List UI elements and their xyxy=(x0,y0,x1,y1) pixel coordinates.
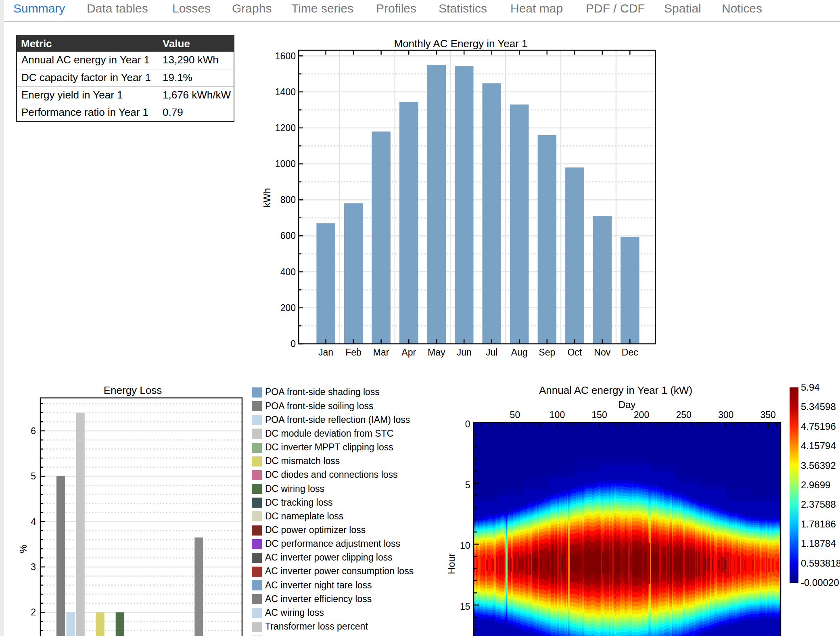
svg-text:Oct: Oct xyxy=(567,347,582,358)
svg-text:2.37588: 2.37588 xyxy=(801,499,836,510)
svg-text:5: 5 xyxy=(465,480,470,490)
svg-text:6: 6 xyxy=(31,426,36,436)
svg-text:2.9699: 2.9699 xyxy=(801,479,830,490)
svg-text:4.75196: 4.75196 xyxy=(801,421,836,432)
svg-text:2: 2 xyxy=(31,607,36,617)
svg-text:Nov: Nov xyxy=(594,347,610,358)
svg-text:100: 100 xyxy=(550,410,565,420)
svg-text:1600: 1600 xyxy=(275,51,296,61)
svg-text:Annual AC energy in Year 1 (kW: Annual AC energy in Year 1 (kW) xyxy=(539,384,692,396)
svg-text:Sep: Sep xyxy=(539,347,555,358)
svg-text:Jul: Jul xyxy=(486,347,497,358)
svg-text:250: 250 xyxy=(676,410,691,420)
svg-text:1200: 1200 xyxy=(275,123,296,133)
svg-text:Day: Day xyxy=(619,399,636,410)
svg-text:Feb: Feb xyxy=(345,347,361,358)
svg-text:4.15794: 4.15794 xyxy=(801,440,836,451)
svg-text:15: 15 xyxy=(460,601,470,612)
svg-text:May: May xyxy=(428,347,445,358)
svg-text:400: 400 xyxy=(280,267,296,277)
svg-text:Aug: Aug xyxy=(511,347,528,358)
svg-text:kWh: kWh xyxy=(261,188,272,207)
svg-text:1400: 1400 xyxy=(275,87,296,97)
svg-text:4: 4 xyxy=(31,517,36,527)
svg-text:Jun: Jun xyxy=(457,347,472,358)
svg-text:5.94: 5.94 xyxy=(801,382,820,393)
svg-text:-0.00020: -0.00020 xyxy=(801,577,839,588)
svg-text:800: 800 xyxy=(280,195,296,205)
svg-text:Hour: Hour xyxy=(446,553,457,574)
svg-text:5: 5 xyxy=(31,471,36,481)
svg-text:300: 300 xyxy=(718,410,733,420)
svg-text:10: 10 xyxy=(460,540,470,551)
svg-text:1000: 1000 xyxy=(275,159,296,169)
svg-text:0: 0 xyxy=(465,419,470,429)
svg-text:1.78186: 1.78186 xyxy=(801,519,836,529)
svg-text:0.593818: 0.593818 xyxy=(801,558,840,569)
svg-text:150: 150 xyxy=(591,410,607,420)
svg-text:350: 350 xyxy=(761,410,776,420)
svg-text:Dec: Dec xyxy=(622,347,638,358)
svg-text:Monthly AC Energy in Year 1: Monthly AC Energy in Year 1 xyxy=(394,38,528,50)
svg-text:1.18784: 1.18784 xyxy=(801,538,836,549)
svg-text:5.34598: 5.34598 xyxy=(801,401,836,412)
svg-text:Energy Loss: Energy Loss xyxy=(104,384,162,396)
svg-text:Apr: Apr xyxy=(401,347,416,358)
svg-text:Mar: Mar xyxy=(373,347,389,358)
svg-text:3: 3 xyxy=(31,562,36,572)
svg-text:600: 600 xyxy=(280,230,296,241)
svg-text:200: 200 xyxy=(280,303,296,313)
svg-text:50: 50 xyxy=(510,410,520,420)
svg-text:Jan: Jan xyxy=(318,347,333,358)
svg-text:0: 0 xyxy=(290,339,296,349)
svg-text:%: % xyxy=(18,544,29,553)
svg-text:3.56392: 3.56392 xyxy=(801,460,836,471)
svg-text:200: 200 xyxy=(634,410,649,420)
